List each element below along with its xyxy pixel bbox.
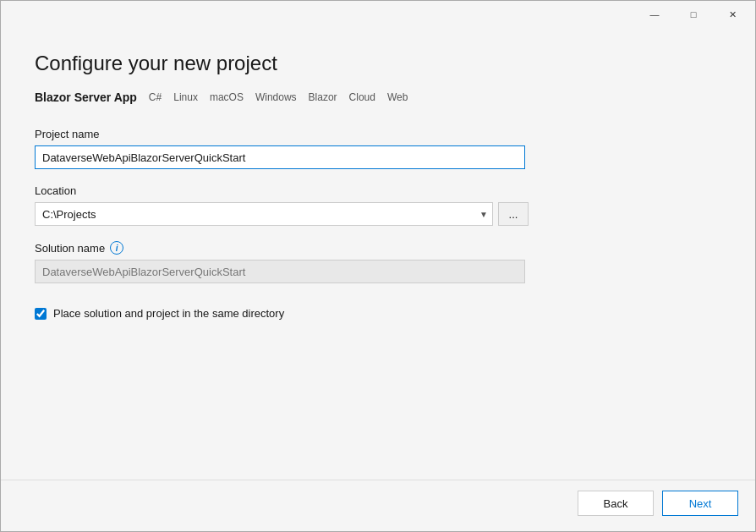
solution-name-input[interactable] (35, 260, 525, 283)
solution-name-label: Solution name i (35, 241, 721, 255)
tag-csharp: C# (149, 91, 162, 103)
tag-windows: Windows (255, 91, 297, 103)
project-type-row: Blazor Server App C# Linux macOS Windows… (35, 90, 721, 104)
project-name-input[interactable] (35, 145, 525, 169)
titlebar: — □ ✕ (1, 1, 755, 28)
same-directory-checkbox[interactable] (35, 308, 47, 320)
solution-name-group: Solution name i (35, 241, 721, 283)
browse-button[interactable]: ... (498, 202, 529, 226)
minimize-button[interactable]: — (635, 1, 674, 28)
back-button[interactable]: Back (578, 491, 654, 516)
project-type-name: Blazor Server App (35, 90, 137, 104)
tag-cloud: Cloud (349, 91, 375, 103)
tag-web: Web (387, 91, 408, 103)
location-row: C:\Projects ▼ ... (35, 202, 721, 226)
tag-linux: Linux (173, 91, 198, 103)
same-directory-row: Place solution and project in the same d… (35, 307, 721, 320)
footer: Back Next (1, 480, 755, 531)
tag-macos: macOS (210, 91, 244, 103)
info-icon[interactable]: i (110, 241, 123, 255)
location-select[interactable]: C:\Projects (35, 202, 493, 226)
next-button[interactable]: Next (662, 491, 738, 516)
close-button[interactable]: ✕ (713, 1, 752, 28)
window: — □ ✕ Configure your new project Blazor … (0, 0, 756, 532)
location-label: Location (35, 184, 721, 197)
page-title: Configure your new project (35, 52, 721, 75)
project-name-label: Project name (35, 128, 721, 140)
location-group: Location C:\Projects ▼ ... (35, 184, 721, 226)
project-name-group: Project name (35, 128, 721, 169)
location-select-wrapper: C:\Projects ▼ (35, 202, 493, 226)
maximize-button[interactable]: □ (674, 1, 713, 28)
same-directory-label: Place solution and project in the same d… (53, 307, 284, 320)
main-content: Configure your new project Blazor Server… (1, 28, 755, 480)
tag-blazor: Blazor (309, 91, 337, 103)
